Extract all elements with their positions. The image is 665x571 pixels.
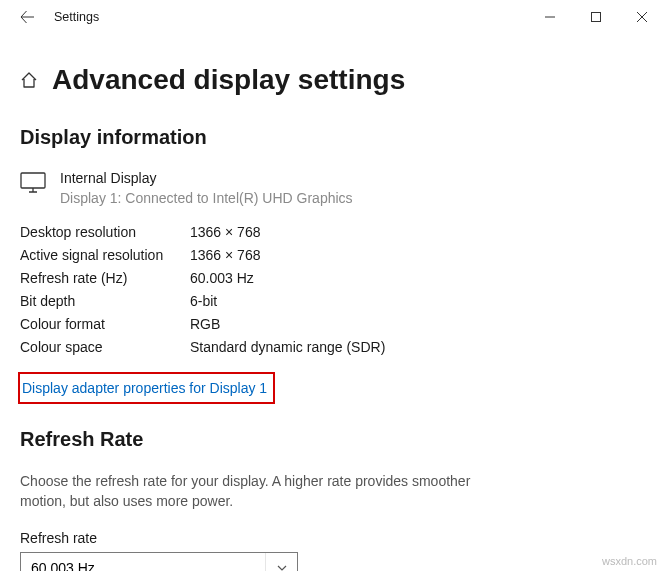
info-row: Colour format RGB [20, 316, 645, 332]
minimize-icon [545, 12, 555, 22]
dropdown-chevron-box [265, 553, 297, 571]
adapter-link-highlight: Display adapter properties for Display 1 [18, 372, 275, 404]
maximize-button[interactable] [573, 0, 619, 34]
info-label: Colour space [20, 339, 190, 355]
refresh-rate-description: Choose the refresh rate for your display… [20, 471, 520, 512]
refresh-rate-selected: 60.003 Hz [31, 560, 95, 571]
window-controls [527, 0, 665, 34]
display-name: Internal Display [60, 169, 353, 189]
display-connection: Display 1: Connected to Intel(R) UHD Gra… [60, 189, 353, 209]
info-value: 6-bit [190, 293, 217, 309]
watermark: wsxdn.com [602, 555, 657, 567]
info-row: Colour space Standard dynamic range (SDR… [20, 339, 645, 355]
monitor-icon [20, 171, 46, 208]
back-button[interactable] [8, 0, 46, 34]
maximize-icon [591, 12, 601, 22]
info-row: Active signal resolution 1366 × 768 [20, 247, 645, 263]
info-value: RGB [190, 316, 220, 332]
display-card: Internal Display Display 1: Connected to… [20, 169, 645, 208]
info-value: 1366 × 768 [190, 224, 260, 240]
display-info-heading: Display information [20, 126, 645, 149]
info-label: Active signal resolution [20, 247, 190, 263]
info-value: 1366 × 768 [190, 247, 260, 263]
info-row: Refresh rate (Hz) 60.003 Hz [20, 270, 645, 286]
minimize-button[interactable] [527, 0, 573, 34]
info-label: Refresh rate (Hz) [20, 270, 190, 286]
page-header: Advanced display settings [20, 64, 645, 96]
info-row: Desktop resolution 1366 × 768 [20, 224, 645, 240]
close-icon [637, 12, 647, 22]
page-title: Advanced display settings [52, 64, 405, 96]
refresh-rate-dropdown[interactable]: 60.003 Hz [20, 552, 298, 571]
info-value: 60.003 Hz [190, 270, 254, 286]
refresh-rate-section: Refresh Rate Choose the refresh rate for… [20, 428, 645, 571]
info-value: Standard dynamic range (SDR) [190, 339, 385, 355]
svg-rect-1 [21, 173, 45, 188]
svg-rect-0 [592, 13, 601, 22]
chevron-down-icon [276, 562, 288, 571]
titlebar: Settings [0, 0, 665, 34]
refresh-rate-heading: Refresh Rate [20, 428, 645, 451]
back-arrow-icon [19, 9, 35, 25]
info-label: Bit depth [20, 293, 190, 309]
display-info-table: Desktop resolution 1366 × 768 Active sig… [20, 224, 645, 355]
info-row: Bit depth 6-bit [20, 293, 645, 309]
home-icon[interactable] [20, 71, 38, 89]
refresh-rate-label: Refresh rate [20, 530, 645, 546]
display-adapter-link[interactable]: Display adapter properties for Display 1 [20, 380, 267, 396]
content-area: Advanced display settings Display inform… [0, 34, 665, 571]
info-label: Desktop resolution [20, 224, 190, 240]
info-label: Colour format [20, 316, 190, 332]
close-button[interactable] [619, 0, 665, 34]
window-title: Settings [54, 10, 99, 24]
